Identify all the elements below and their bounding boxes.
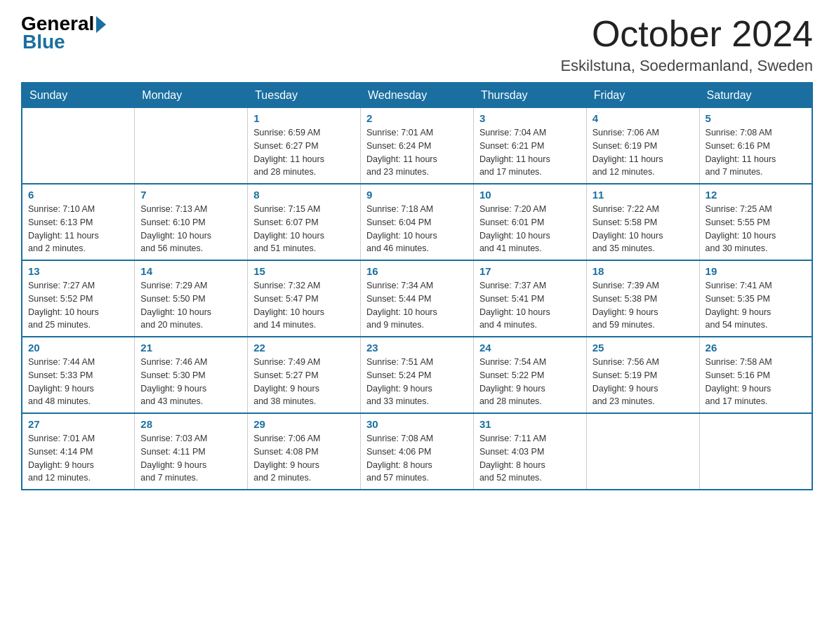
col-thursday: Thursday	[473, 83, 586, 108]
day-number: 13	[28, 265, 128, 277]
col-monday: Monday	[135, 83, 248, 108]
day-info: Sunrise: 7:20 AMSunset: 6:01 PMDaylight:…	[479, 203, 581, 255]
logo-arrow-icon	[96, 16, 106, 33]
day-number: 15	[253, 265, 355, 277]
col-wednesday: Wednesday	[361, 83, 474, 108]
day-number: 11	[593, 189, 694, 201]
day-number: 22	[253, 342, 355, 354]
table-row: 21Sunrise: 7:46 AMSunset: 5:30 PMDayligh…	[135, 337, 248, 413]
day-info: Sunrise: 7:49 AMSunset: 5:27 PMDaylight:…	[253, 356, 355, 408]
day-info: Sunrise: 7:04 AMSunset: 6:21 PMDaylight:…	[479, 126, 581, 179]
day-info: Sunrise: 7:01 AMSunset: 6:24 PMDaylight:…	[366, 126, 468, 179]
table-row	[586, 413, 699, 490]
calendar-header-row: Sunday Monday Tuesday Wednesday Thursday…	[22, 83, 812, 108]
table-row: 18Sunrise: 7:39 AMSunset: 5:38 PMDayligh…	[586, 260, 699, 337]
table-row	[22, 108, 135, 185]
day-number: 6	[28, 189, 128, 201]
table-row: 23Sunrise: 7:51 AMSunset: 5:24 PMDayligh…	[361, 337, 474, 413]
day-info: Sunrise: 7:25 AMSunset: 5:55 PMDaylight:…	[706, 203, 806, 255]
table-row: 5Sunrise: 7:08 AMSunset: 6:16 PMDaylight…	[699, 108, 812, 185]
day-info: Sunrise: 7:58 AMSunset: 5:16 PMDaylight:…	[706, 356, 806, 408]
table-row: 10Sunrise: 7:20 AMSunset: 6:01 PMDayligh…	[473, 184, 586, 260]
day-info: Sunrise: 7:44 AMSunset: 5:33 PMDaylight:…	[28, 356, 128, 408]
day-info: Sunrise: 7:03 AMSunset: 4:11 PMDaylight:…	[140, 432, 241, 485]
day-info: Sunrise: 7:18 AMSunset: 6:04 PMDaylight:…	[366, 203, 468, 255]
day-number: 18	[593, 265, 694, 277]
day-info: Sunrise: 7:39 AMSunset: 5:38 PMDaylight:…	[593, 279, 694, 332]
day-info: Sunrise: 7:13 AMSunset: 6:10 PMDaylight:…	[140, 203, 241, 255]
table-row: 15Sunrise: 7:32 AMSunset: 5:47 PMDayligh…	[248, 260, 361, 337]
table-row: 16Sunrise: 7:34 AMSunset: 5:44 PMDayligh…	[361, 260, 474, 337]
day-info: Sunrise: 7:01 AMSunset: 4:14 PMDaylight:…	[28, 432, 128, 485]
day-info: Sunrise: 7:34 AMSunset: 5:44 PMDaylight:…	[366, 279, 468, 332]
day-number: 8	[253, 189, 355, 201]
table-row: 30Sunrise: 7:08 AMSunset: 4:06 PMDayligh…	[361, 413, 474, 490]
day-info: Sunrise: 7:06 AMSunset: 6:19 PMDaylight:…	[593, 126, 694, 179]
day-info: Sunrise: 7:46 AMSunset: 5:30 PMDaylight:…	[140, 356, 241, 408]
table-row: 8Sunrise: 7:15 AMSunset: 6:07 PMDaylight…	[248, 184, 361, 260]
day-number: 21	[140, 342, 241, 354]
day-number: 14	[140, 265, 241, 277]
day-number: 29	[253, 418, 355, 430]
table-row: 14Sunrise: 7:29 AMSunset: 5:50 PMDayligh…	[135, 260, 248, 337]
day-number: 27	[28, 418, 128, 430]
day-number: 19	[706, 265, 806, 277]
day-info: Sunrise: 7:41 AMSunset: 5:35 PMDaylight:…	[706, 279, 806, 332]
table-row: 29Sunrise: 7:06 AMSunset: 4:08 PMDayligh…	[248, 413, 361, 490]
table-row: 27Sunrise: 7:01 AMSunset: 4:14 PMDayligh…	[22, 413, 135, 490]
col-saturday: Saturday	[699, 83, 812, 108]
day-number: 9	[366, 189, 468, 201]
day-number: 30	[366, 418, 468, 430]
page-header: General Blue October 2024 Eskilstuna, So…	[21, 14, 813, 75]
day-info: Sunrise: 7:37 AMSunset: 5:41 PMDaylight:…	[479, 279, 581, 332]
calendar-table: Sunday Monday Tuesday Wednesday Thursday…	[21, 82, 813, 490]
day-number: 31	[479, 418, 581, 430]
calendar-week-row: 1Sunrise: 6:59 AMSunset: 6:27 PMDaylight…	[22, 108, 812, 185]
day-number: 3	[479, 112, 581, 124]
day-info: Sunrise: 7:10 AMSunset: 6:13 PMDaylight:…	[28, 203, 128, 255]
day-number: 10	[479, 189, 581, 201]
day-number: 12	[706, 189, 806, 201]
day-number: 24	[479, 342, 581, 354]
day-number: 17	[479, 265, 581, 277]
col-sunday: Sunday	[22, 83, 135, 108]
title-section: October 2024 Eskilstuna, Soedermanland, …	[560, 14, 813, 75]
table-row: 4Sunrise: 7:06 AMSunset: 6:19 PMDaylight…	[586, 108, 699, 185]
day-info: Sunrise: 7:15 AMSunset: 6:07 PMDaylight:…	[253, 203, 355, 255]
day-info: Sunrise: 7:08 AMSunset: 6:16 PMDaylight:…	[706, 126, 806, 179]
table-row: 22Sunrise: 7:49 AMSunset: 5:27 PMDayligh…	[248, 337, 361, 413]
table-row	[135, 108, 248, 185]
day-number: 7	[140, 189, 241, 201]
day-number: 16	[366, 265, 468, 277]
calendar-week-row: 20Sunrise: 7:44 AMSunset: 5:33 PMDayligh…	[22, 337, 812, 413]
table-row: 26Sunrise: 7:58 AMSunset: 5:16 PMDayligh…	[699, 337, 812, 413]
day-info: Sunrise: 7:32 AMSunset: 5:47 PMDaylight:…	[253, 279, 355, 332]
day-info: Sunrise: 7:54 AMSunset: 5:22 PMDaylight:…	[479, 356, 581, 408]
day-info: Sunrise: 7:08 AMSunset: 4:06 PMDaylight:…	[366, 432, 468, 485]
day-number: 23	[366, 342, 468, 354]
col-tuesday: Tuesday	[248, 83, 361, 108]
table-row: 31Sunrise: 7:11 AMSunset: 4:03 PMDayligh…	[473, 413, 586, 490]
calendar-week-row: 6Sunrise: 7:10 AMSunset: 6:13 PMDaylight…	[22, 184, 812, 260]
day-number: 25	[593, 342, 694, 354]
table-row: 28Sunrise: 7:03 AMSunset: 4:11 PMDayligh…	[135, 413, 248, 490]
day-info: Sunrise: 7:06 AMSunset: 4:08 PMDaylight:…	[253, 432, 355, 485]
day-number: 2	[366, 112, 468, 124]
day-info: Sunrise: 7:51 AMSunset: 5:24 PMDaylight:…	[366, 356, 468, 408]
day-number: 1	[253, 112, 355, 124]
table-row	[699, 413, 812, 490]
location-title: Eskilstuna, Soedermanland, Sweden	[560, 57, 813, 75]
day-number: 28	[140, 418, 241, 430]
table-row: 6Sunrise: 7:10 AMSunset: 6:13 PMDaylight…	[22, 184, 135, 260]
table-row: 11Sunrise: 7:22 AMSunset: 5:58 PMDayligh…	[586, 184, 699, 260]
day-info: Sunrise: 7:56 AMSunset: 5:19 PMDaylight:…	[593, 356, 694, 408]
day-number: 20	[28, 342, 128, 354]
logo-blue-text: Blue	[21, 32, 106, 52]
day-info: Sunrise: 7:22 AMSunset: 5:58 PMDaylight:…	[593, 203, 694, 255]
day-number: 4	[593, 112, 694, 124]
table-row: 12Sunrise: 7:25 AMSunset: 5:55 PMDayligh…	[699, 184, 812, 260]
table-row: 20Sunrise: 7:44 AMSunset: 5:33 PMDayligh…	[22, 337, 135, 413]
table-row: 7Sunrise: 7:13 AMSunset: 6:10 PMDaylight…	[135, 184, 248, 260]
calendar-week-row: 27Sunrise: 7:01 AMSunset: 4:14 PMDayligh…	[22, 413, 812, 490]
table-row: 25Sunrise: 7:56 AMSunset: 5:19 PMDayligh…	[586, 337, 699, 413]
